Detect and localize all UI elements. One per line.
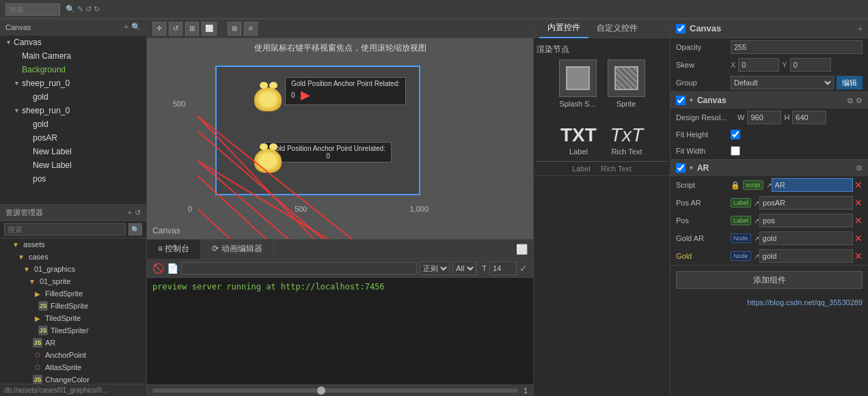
console-tab[interactable]: ≡ 控制台 bbox=[147, 240, 201, 259]
console-font-icon: T bbox=[482, 264, 487, 272]
gold-remove-btn[interactable]: ✕ bbox=[854, 251, 863, 261]
console-level-select2[interactable]: All bbox=[452, 261, 476, 275]
ar-header[interactable]: ▼ AR ⚙ bbox=[670, 160, 868, 176]
console-right-btn[interactable]: ✓ bbox=[519, 263, 528, 274]
splash-inner bbox=[566, 66, 590, 90]
skew-row: Skew X Y bbox=[670, 56, 868, 74]
skew-x-input[interactable] bbox=[738, 58, 779, 72]
asset-item-cases[interactable]: ▼ cases bbox=[0, 251, 146, 263]
tree-item-gold2[interactable]: gold bbox=[0, 117, 146, 131]
asset-item-change-color1[interactable]: JS ChangeColor bbox=[0, 373, 146, 384]
console-maximize-btn[interactable]: ⬜ bbox=[516, 244, 528, 255]
tree-item-gold1[interactable]: gold bbox=[0, 90, 146, 104]
gold-link-icon[interactable]: ↗ bbox=[754, 253, 759, 260]
left-panel: Canvas + 🔍 ▼ Canvas Main Camera Backgrou… bbox=[0, 19, 147, 396]
asset-item-01-graphics[interactable]: ▼ 01_graphics bbox=[0, 263, 146, 275]
sprite-box[interactable]: Sprite bbox=[608, 59, 645, 108]
animation-tab[interactable]: ⟳ 动画编辑器 bbox=[201, 240, 273, 259]
console-font-size[interactable] bbox=[489, 261, 517, 275]
hierarchy-add-icon[interactable]: + bbox=[124, 23, 128, 31]
tree-item-main-camera[interactable]: Main Camera bbox=[0, 49, 146, 63]
toolbar-move-btn[interactable]: ✛ bbox=[152, 22, 166, 36]
asset-item-tiled-sprite[interactable]: ▶ TiledSprite bbox=[0, 312, 146, 324]
progress-thumb[interactable] bbox=[317, 386, 325, 395]
tree-item-new-label2[interactable]: New Label bbox=[0, 158, 146, 172]
asset-item-assets[interactable]: ▼ assets bbox=[0, 238, 146, 251]
tree-item-posar[interactable]: posAR bbox=[0, 131, 146, 145]
group-select[interactable]: Default bbox=[731, 76, 834, 89]
gold-ar-remove-btn[interactable]: ✕ bbox=[854, 233, 863, 244]
assets-search-button[interactable]: 🔍 bbox=[128, 223, 142, 236]
grid-label-0: 0 bbox=[188, 205, 192, 213]
asset-label: AtlasSprite bbox=[45, 363, 81, 371]
txt-widget[interactable]: TXT Label bbox=[560, 124, 597, 156]
pos-input[interactable] bbox=[759, 214, 853, 227]
fit-height-checkbox[interactable] bbox=[731, 130, 740, 139]
asset-item-01-sprite[interactable]: ▼ 01_sprite bbox=[0, 275, 146, 287]
sprite-grid: Splash S... Sprite bbox=[537, 59, 667, 113]
tree-item-background[interactable]: Background bbox=[0, 63, 146, 76]
width-input[interactable] bbox=[747, 111, 781, 124]
hierarchy-search-icon[interactable]: 🔍 bbox=[131, 23, 141, 31]
add-component-btn[interactable]: 添加组件 bbox=[676, 271, 863, 289]
rich-text-widget[interactable]: TxT Rich Text bbox=[610, 124, 643, 156]
console-clear-btn[interactable]: 🚫 bbox=[152, 263, 164, 274]
script-value: 🔒 script ↗ ✕ bbox=[731, 178, 863, 192]
pos-remove-btn[interactable]: ✕ bbox=[854, 215, 863, 226]
assets-refresh-icon[interactable]: ↺ bbox=[135, 208, 141, 217]
gold-ar-link-icon[interactable]: ↗ bbox=[754, 235, 759, 242]
fit-height-label: Fit Height bbox=[676, 130, 731, 139]
toolbar-scale-btn[interactable]: ⊞ bbox=[185, 22, 199, 36]
canvas2-settings-icon[interactable]: ⚙ bbox=[856, 96, 863, 105]
inspector-add-icon[interactable]: + bbox=[858, 25, 863, 33]
opacity-input[interactable] bbox=[731, 40, 863, 54]
splash-sprite-box[interactable]: Splash S... bbox=[559, 59, 597, 108]
asset-item-anchor-point[interactable]: ⬡ AnchorPoint bbox=[0, 349, 146, 361]
builtin-widget-tab[interactable]: 内置控件 bbox=[539, 19, 588, 38]
custom-widget-tab[interactable]: 自定义控件 bbox=[588, 19, 646, 38]
canvas2-header[interactable]: ▼ Canvas ⧉ ⚙ bbox=[670, 92, 868, 109]
tree-item-canvas[interactable]: ▼ Canvas bbox=[0, 36, 146, 49]
fit-width-checkbox[interactable] bbox=[731, 146, 740, 156]
tree-item-sheep-run-0[interactable]: ▼ sheep_run_0 bbox=[0, 76, 146, 90]
skew-y-input[interactable] bbox=[790, 58, 831, 72]
progress-bar-row: 1 bbox=[147, 384, 533, 396]
canvas-enable-checkbox[interactable] bbox=[676, 24, 686, 33]
ar-enable-checkbox[interactable] bbox=[676, 163, 686, 173]
group-edit-btn[interactable]: 编辑 bbox=[837, 76, 863, 89]
script-remove-btn[interactable]: ✕ bbox=[854, 180, 863, 190]
asset-item-filled-sprite-js[interactable]: JS FilledSprite bbox=[0, 300, 146, 312]
height-input[interactable] bbox=[792, 111, 826, 124]
top-search-input[interactable] bbox=[5, 3, 60, 16]
tree-item-sheep-run-1[interactable]: ▼ sheep_run_0 bbox=[0, 104, 146, 117]
toolbar-rect-btn[interactable]: ⬜ bbox=[202, 22, 217, 36]
gold-input[interactable] bbox=[759, 249, 853, 263]
pos-ar-input[interactable] bbox=[759, 196, 853, 210]
assets-plus-icon[interactable]: + bbox=[128, 208, 132, 217]
console-filter-btn[interactable]: 📄 bbox=[167, 263, 178, 274]
canvas2-copy-icon[interactable]: ⧉ bbox=[847, 96, 853, 105]
canvas2-enable-checkbox[interactable] bbox=[676, 96, 686, 105]
pos-ar-tag: Label bbox=[731, 198, 751, 208]
pos-ar-link-icon[interactable]: ↗ bbox=[754, 199, 759, 207]
inspector-header: Canvas + bbox=[670, 19, 868, 38]
toolbar-align-btn[interactable]: ≡ bbox=[244, 22, 258, 36]
asset-item-atlas-sprite[interactable]: ⬡ AtlasSprite bbox=[0, 361, 146, 373]
pos-link-icon[interactable]: ↗ bbox=[754, 217, 759, 225]
toolbar-snap-btn[interactable]: ⊞ bbox=[228, 22, 241, 36]
pos-ar-remove-btn[interactable]: ✕ bbox=[854, 197, 863, 208]
gold-ar-input[interactable] bbox=[759, 231, 853, 245]
asset-item-filled-sprite[interactable]: ▶ FilledSprite bbox=[0, 287, 146, 300]
asset-item-ar-js[interactable]: JS AR bbox=[0, 337, 146, 349]
tree-item-new-label1[interactable]: New Label bbox=[0, 145, 146, 158]
tree-item-pos[interactable]: pos bbox=[0, 172, 146, 186]
script-input[interactable] bbox=[772, 178, 853, 192]
console-filter-input[interactable] bbox=[181, 262, 417, 274]
design-res-row: Design Resol... W H bbox=[670, 109, 868, 126]
ar-settings-icon[interactable]: ⚙ bbox=[856, 164, 863, 173]
console-level-select[interactable]: 正则 All bbox=[420, 261, 450, 275]
assets-search-input[interactable] bbox=[4, 223, 126, 236]
script-link-icon[interactable]: ↗ bbox=[766, 182, 772, 189]
toolbar-rotate-btn[interactable]: ↺ bbox=[169, 22, 182, 36]
asset-item-tiled-sprite-js[interactable]: JS TiledSprite/ bbox=[0, 324, 146, 337]
